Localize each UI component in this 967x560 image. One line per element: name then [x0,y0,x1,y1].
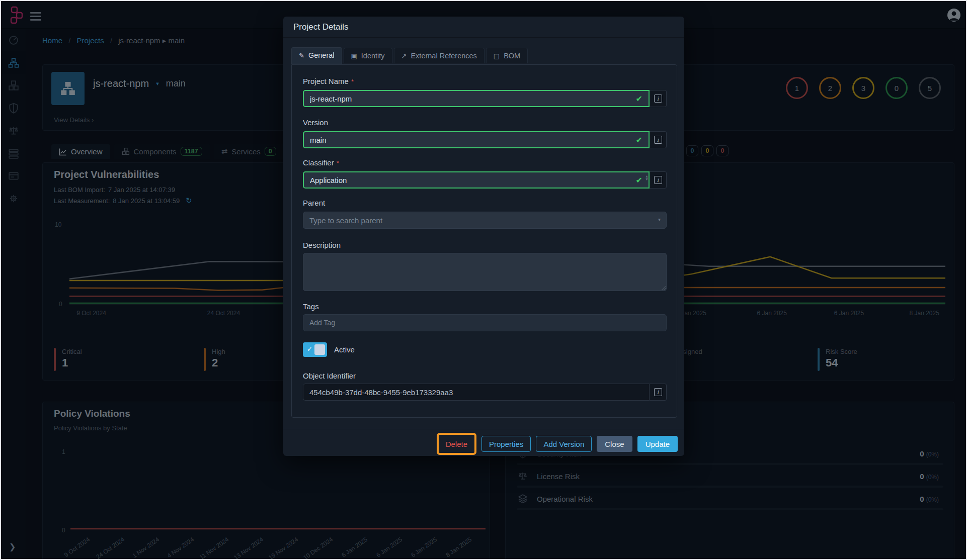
edit-icon: ✎ [299,52,304,59]
object-identifier-info-button[interactable]: i [650,384,667,401]
valid-check-icon: ✔ [636,175,642,185]
modal-title: Project Details [293,22,349,32]
cube-icon: ▣ [351,52,357,60]
close-button[interactable]: Close [597,436,632,452]
active-label: Active [334,345,355,354]
modal-tab-bom[interactable]: ▤ BOM [486,48,528,63]
classifier-select[interactable] [303,171,650,189]
modal-tabs: ✎ General ▣ Identity ↗ External Referenc… [291,47,528,63]
object-identifier-label: Object Identifier [303,371,356,380]
project-name-label: Project Name* [303,77,354,85]
modal-header: Project Details [283,17,684,38]
description-textarea[interactable] [303,253,667,291]
object-identifier-group: i [303,384,667,401]
document-icon: ▤ [494,52,500,60]
classifier-label: Classifier* [303,158,339,167]
active-toggle[interactable]: ✓ [303,342,327,357]
app-window: ❯ Home / Projects / js-react-npm ▸ main … [0,0,967,560]
chevron-down-icon: ▾ [658,217,661,222]
properties-button[interactable]: Properties [481,436,531,452]
parent-search-input[interactable] [303,212,667,229]
add-tag-input[interactable] [303,314,667,331]
version-group: ✔ i [303,131,667,148]
tags-label: Tags [303,302,319,311]
delete-button[interactable]: Delete [440,436,473,452]
toggle-knob [314,344,325,355]
version-info-button[interactable]: i [650,131,667,148]
tab-label: External References [411,52,476,60]
modal-tab-external-references[interactable]: ↗ External References [394,48,485,63]
modal-footer-separator [283,429,684,429]
tab-label: Identity [361,52,385,60]
info-icon: i [654,95,662,103]
object-identifier-input[interactable] [303,384,650,401]
update-button[interactable]: Update [637,436,678,452]
info-icon: i [654,176,662,184]
project-name-input[interactable] [303,90,650,107]
info-icon: i [654,388,662,396]
description-label: Description [303,241,341,249]
external-link-icon: ↗ [401,52,407,60]
tab-label: General [308,51,335,59]
classifier-group: ✔ ▲▼ i [303,171,667,189]
modal-tab-general[interactable]: ✎ General [291,47,342,64]
valid-check-icon: ✔ [636,94,642,104]
modal-tab-identity[interactable]: ▣ Identity [344,48,392,63]
project-name-info-button[interactable]: i [650,90,667,107]
project-name-group: ✔ i [303,90,667,107]
modal-footer: Delete Properties Add Version Close Upda… [283,432,684,456]
version-label: Version [303,118,328,127]
parent-group: ▾ [303,212,667,229]
classifier-info-button[interactable]: i [650,171,667,189]
info-icon: i [654,136,662,144]
tab-label: BOM [504,52,520,60]
version-input[interactable] [303,131,650,148]
modal-tab-content: Project Name* ✔ i Version ✔ i Classifi [291,64,677,418]
add-version-button[interactable]: Add Version [536,436,592,452]
select-arrows-icon: ▲▼ [645,175,649,181]
valid-check-icon: ✔ [636,135,642,145]
project-details-modal: Project Details ✎ General ▣ Identity ↗ E… [283,17,684,456]
check-icon: ✓ [307,345,312,353]
annotation-highlight: Delete [437,433,476,455]
parent-label: Parent [303,199,325,207]
